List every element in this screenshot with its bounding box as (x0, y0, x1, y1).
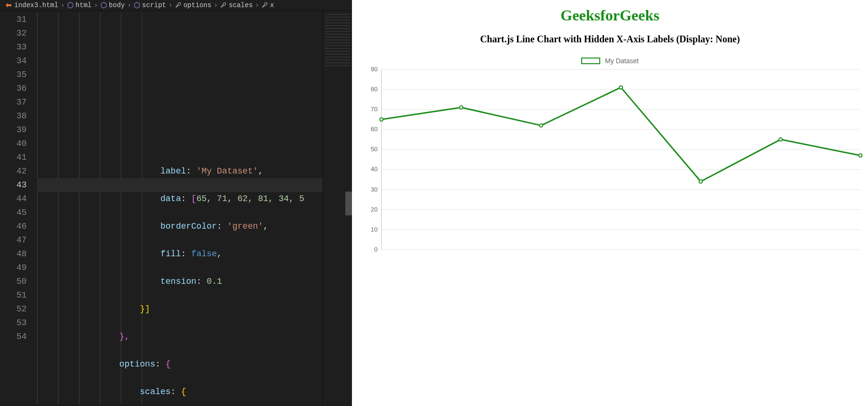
cube-icon (134, 2, 140, 9)
svg-point-25 (699, 180, 702, 183)
svg-point-21 (380, 118, 383, 121)
chevron-right-icon: › (214, 1, 218, 9)
wrench-icon (220, 2, 227, 9)
chevron-right-icon: › (93, 1, 98, 9)
svg-text:70: 70 (371, 106, 377, 113)
breadcrumb[interactable]: index3.html › html › body › script › opt… (0, 0, 352, 11)
breadcrumb-seg[interactable]: x (270, 1, 274, 9)
svg-text:80: 80 (371, 86, 377, 93)
chart-legend[interactable]: My Dataset (352, 57, 868, 65)
preview-pane: GeeksforGeeks Chart.js Line Chart with H… (352, 0, 868, 406)
breadcrumb-seg[interactable]: scales (229, 1, 253, 9)
chevron-right-icon: › (127, 1, 131, 9)
editor-pane: index3.html › html › body › script › opt… (0, 0, 352, 406)
editor-body[interactable]: 3132333435363738394041424344454647484950… (0, 11, 352, 406)
file-icon (5, 1, 12, 9)
svg-point-24 (619, 86, 623, 89)
svg-text:0: 0 (374, 246, 378, 253)
breadcrumb-seg[interactable]: script (142, 1, 166, 9)
breadcrumb-seg[interactable]: body (109, 1, 125, 9)
vertical-scrollbar-thumb[interactable] (345, 192, 352, 215)
code-token: label (160, 166, 186, 176)
svg-text:30: 30 (371, 186, 377, 193)
cube-icon (100, 2, 107, 9)
breadcrumb-seg[interactable]: html (76, 1, 92, 9)
breadcrumb-seg[interactable]: options (184, 1, 212, 9)
wrench-icon (262, 2, 268, 9)
svg-point-22 (459, 106, 463, 109)
svg-point-27 (859, 154, 862, 157)
cube-icon (67, 2, 74, 9)
svg-text:60: 60 (371, 126, 377, 133)
breadcrumb-file[interactable]: index3.html (14, 1, 58, 9)
chevron-right-icon: › (60, 1, 65, 9)
svg-point-23 (539, 124, 543, 127)
page-subtitle: Chart.js Line Chart with Hidden X-Axis L… (352, 34, 868, 45)
svg-text:90: 90 (371, 67, 377, 73)
svg-text:40: 40 (371, 165, 377, 173)
svg-text:50: 50 (371, 145, 377, 153)
legend-label: My Dataset (605, 57, 639, 65)
code-area[interactable]: label: 'My Dataset', data: [65, 71, 62, … (37, 11, 322, 406)
line-number-gutter: 3132333435363738394041424344454647484950… (0, 11, 37, 406)
svg-text:10: 10 (371, 226, 377, 233)
line-chart[interactable]: 0102030405060708090 (361, 67, 863, 256)
minimap-content (325, 14, 350, 66)
chart-container: 0102030405060708090 (352, 67, 868, 256)
legend-swatch (581, 58, 600, 64)
chevron-right-icon: › (168, 1, 173, 9)
svg-point-26 (779, 138, 782, 141)
chevron-right-icon: › (254, 1, 259, 9)
page-title: GeeksforGeeks (352, 7, 868, 24)
svg-text:20: 20 (371, 206, 377, 213)
wrench-icon (175, 2, 182, 9)
